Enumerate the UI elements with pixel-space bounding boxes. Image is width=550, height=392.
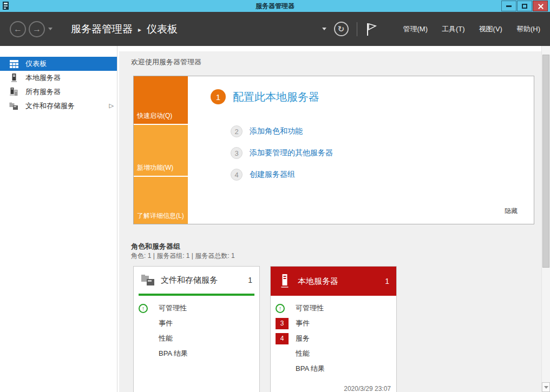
whats-new-label: 新增功能(W) xyxy=(137,163,173,172)
back-button[interactable]: ← xyxy=(10,21,26,37)
forward-button[interactable]: → xyxy=(29,21,45,37)
roles-section-summary: 角色: 1 | 服务器组: 1 | 服务器总数: 1 xyxy=(131,251,235,261)
minimize-icon xyxy=(506,5,512,7)
quick-start-label: 快速启动(Q) xyxy=(137,111,172,121)
card-header[interactable]: 文件和存储服务 1 xyxy=(134,267,259,294)
local-server-icon xyxy=(9,74,18,83)
sidebar-item-label: 仪表板 xyxy=(25,59,47,69)
titlebar: 服务器管理器 xyxy=(0,0,550,12)
card-rows: ↑ 可管理性 事件 性能 BPA 结果 xyxy=(134,296,259,361)
sidebar-item-label: 本地服务器 xyxy=(25,73,61,83)
menu-help[interactable]: 帮助(H) xyxy=(516,24,540,34)
sidebar-item-file-storage-services[interactable]: 文件和存储服务 ▷ xyxy=(0,99,117,113)
card-count: 1 xyxy=(248,276,252,284)
maximize-icon xyxy=(522,4,527,9)
dashboard-icon xyxy=(9,59,18,69)
welcome-heading: 欢迎使用服务器管理器 xyxy=(131,57,201,67)
events-alert-badge[interactable]: 3 xyxy=(276,318,289,329)
server-manager-window: 服务器管理器 ← → 服务器管理器 ▸ 仪表板 ↻ 管理(M) 工具(T) xyxy=(0,0,550,392)
row-events[interactable]: 事件 xyxy=(134,316,259,331)
sidebar-item-label: 所有服务器 xyxy=(25,87,61,97)
sidebar-item-all-servers[interactable]: 所有服务器 xyxy=(0,85,117,99)
breadcrumb: 服务器管理器 ▸ 仪表板 xyxy=(71,22,178,36)
learn-more-label: 了解详细信息(L) xyxy=(137,211,184,221)
step-add-other-servers: 3 添加要管理的其他服务器 xyxy=(231,147,333,159)
card-count: 1 xyxy=(385,277,389,285)
step-number-badge: 1 xyxy=(211,89,226,104)
breadcrumb-root[interactable]: 服务器管理器 xyxy=(71,22,133,36)
whats-new-tab[interactable]: 新增功能(W) xyxy=(134,125,188,176)
window-controls xyxy=(501,1,548,11)
sidebar: 仪表板 本地服务器 所有服务器 xyxy=(0,46,117,392)
configure-local-server-link[interactable]: 配置此本地服务器 xyxy=(233,90,319,104)
file-storage-icon xyxy=(141,274,155,287)
content-area: 欢迎使用服务器管理器 快速启动(Q) 新增功能(W) 了解详细信息(L) 1 配… xyxy=(118,46,550,392)
step-number-badge: 4 xyxy=(231,169,243,181)
create-server-group-link[interactable]: 创建服务器组 xyxy=(250,170,295,180)
add-roles-features-link[interactable]: 添加角色和功能 xyxy=(250,127,303,136)
dashboard-panel: 欢迎使用服务器管理器 快速启动(Q) 新增功能(W) 了解详细信息(L) 1 配… xyxy=(119,51,541,392)
vertical-scrollbar[interactable] xyxy=(541,46,550,392)
refresh-button[interactable]: ↻ xyxy=(334,22,349,36)
add-other-servers-link[interactable]: 添加要管理的其他服务器 xyxy=(250,148,333,158)
card-title[interactable]: 文件和存储服务 xyxy=(161,275,248,285)
sidebar-item-dashboard[interactable]: 仪表板 xyxy=(0,57,117,71)
close-button[interactable] xyxy=(533,1,548,11)
step-add-roles-features: 2 添加角色和功能 xyxy=(231,125,303,137)
notifications-button[interactable] xyxy=(365,22,377,36)
minimize-button[interactable] xyxy=(501,1,516,11)
step-create-server-group: 4 创建服务器组 xyxy=(231,169,295,181)
menu-view[interactable]: 视图(V) xyxy=(479,24,502,34)
scrollbar-down-button[interactable] xyxy=(542,382,550,392)
step-number-badge: 3 xyxy=(231,147,243,159)
maximize-button[interactable] xyxy=(517,1,532,11)
row-performance[interactable]: 性能 xyxy=(271,346,396,361)
forward-icon: → xyxy=(32,24,41,34)
row-events[interactable]: 3 事件 xyxy=(271,316,396,331)
row-manageability[interactable]: ↑ 可管理性 xyxy=(134,301,259,316)
card-rows: ↑ 可管理性 3 事件 4 服务 性能 xyxy=(271,296,396,376)
row-bpa-results[interactable]: BPA 结果 xyxy=(134,346,259,361)
row-bpa-results[interactable]: BPA 结果 xyxy=(271,361,396,376)
nav-divider xyxy=(357,22,357,36)
step-configure-local-server: 1 配置此本地服务器 xyxy=(211,89,319,104)
card-file-storage-services: 文件和存储服务 1 ↑ 可管理性 事件 性能 xyxy=(133,266,260,392)
learn-more-tab[interactable]: 了解详细信息(L) xyxy=(134,177,188,224)
sidebar-item-label: 文件和存储服务 xyxy=(25,101,75,111)
local-server-icon xyxy=(278,274,292,288)
row-services[interactable]: 4 服务 xyxy=(271,331,396,346)
hide-welcome-link[interactable]: 隐藏 xyxy=(505,207,518,216)
status-up-icon: ↑ xyxy=(139,304,148,313)
services-alert-badge[interactable]: 4 xyxy=(276,333,289,344)
welcome-side-tiles: 快速启动(Q) 新增功能(W) 了解详细信息(L) xyxy=(134,76,188,224)
menu-tools[interactable]: 工具(T) xyxy=(442,24,465,34)
row-performance[interactable]: 性能 xyxy=(134,331,259,346)
card-timestamp: 2020/3/29 23:07 xyxy=(344,385,391,392)
chevron-down-icon xyxy=(544,386,548,391)
card-header[interactable]: 本地服务器 1 xyxy=(271,267,396,296)
status-up-icon: ↑ xyxy=(276,304,285,313)
breadcrumb-separator-icon: ▸ xyxy=(138,26,141,34)
nav-dropdown-caret-icon[interactable] xyxy=(322,28,326,32)
navbar: ← → 服务器管理器 ▸ 仪表板 ↻ 管理(M) 工具(T) 视图(V) 帮助(… xyxy=(0,12,550,46)
history-dropdown-caret-icon[interactable] xyxy=(48,28,53,32)
breadcrumb-current: 仪表板 xyxy=(147,22,178,36)
window-title: 服务器管理器 xyxy=(0,2,550,11)
all-servers-icon xyxy=(9,88,18,97)
card-title[interactable]: 本地服务器 xyxy=(298,276,385,287)
card-local-server: 本地服务器 1 ↑ 可管理性 3 事件 4 服务 xyxy=(270,266,397,392)
expand-chevron-icon[interactable]: ▷ xyxy=(109,102,114,109)
back-icon: ← xyxy=(14,24,22,34)
refresh-icon: ↻ xyxy=(338,24,345,34)
roles-section-title: 角色和服务器组 xyxy=(131,242,180,251)
step-number-badge: 2 xyxy=(231,125,243,137)
quick-start-tab[interactable]: 快速启动(Q) xyxy=(134,76,188,124)
menubar: 管理(M) 工具(T) 视图(V) 帮助(H) xyxy=(389,24,541,34)
scrollbar-thumb[interactable] xyxy=(542,55,549,268)
welcome-tile: 快速启动(Q) 新增功能(W) 了解详细信息(L) 1 配置此本地服务器 2 添… xyxy=(133,76,534,224)
sidebar-item-local-server[interactable]: 本地服务器 xyxy=(0,71,117,85)
menu-manage[interactable]: 管理(M) xyxy=(403,24,428,34)
file-storage-icon xyxy=(9,102,18,111)
row-manageability[interactable]: ↑ 可管理性 xyxy=(271,301,396,316)
flag-icon xyxy=(365,22,377,36)
